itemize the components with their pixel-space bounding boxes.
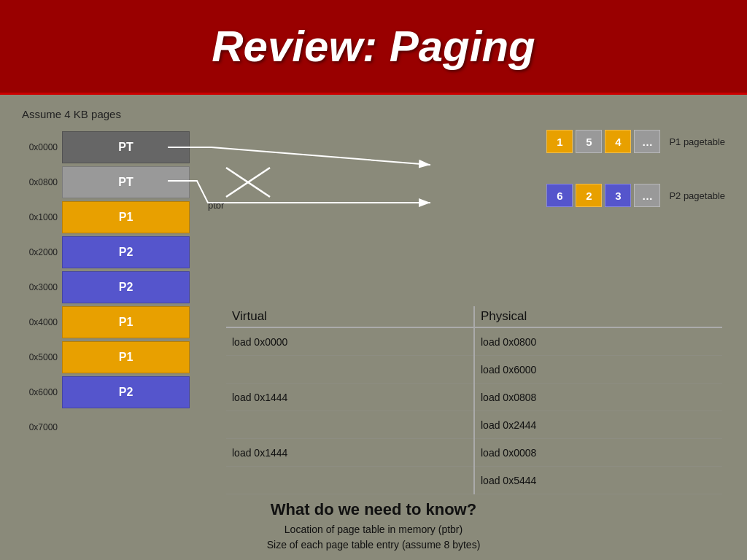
addr-0x1000: 0x1000: [22, 212, 62, 222]
physical-col-header: Physical: [475, 306, 722, 327]
ptbr-label: ptbr: [208, 200, 224, 211]
vp-physical-3: load 0x2444: [475, 411, 722, 439]
memory-diagram: 0x0000 PT 0x0800 PT 0x1000 P1 0x2000 P2 …: [22, 130, 190, 445]
mem-row-2: 0x1000 P1: [22, 200, 190, 235]
vp-physical-1: load 0x6000: [475, 356, 722, 384]
addr-0x4000: 0x4000: [22, 317, 62, 327]
mem-row-6: 0x5000 P1: [22, 340, 190, 375]
mem-block-p2-0: P2: [62, 236, 190, 268]
addr-0x5000: 0x5000: [22, 352, 62, 362]
mem-row-5: 0x4000 P1: [22, 305, 190, 340]
pt-p2-cell-2: 3: [605, 184, 631, 207]
header: Review: Paging: [0, 0, 747, 95]
svg-line-0: [226, 168, 270, 197]
bottom-text: What do we need to know? Location of pag…: [0, 500, 747, 553]
addr-0x6000: 0x6000: [22, 387, 62, 397]
vp-virtual-1: —: [226, 356, 473, 384]
p2-pagetable-label: P2 pagetable: [669, 190, 725, 201]
pt-p2-cell-0: 6: [546, 184, 573, 207]
main-content: Assume 4 KB pages 0x0000 PT 0x0800 PT 0x…: [0, 95, 747, 560]
addr-0x0800: 0x0800: [22, 177, 62, 187]
svg-line-1: [226, 168, 270, 197]
pt-p1-cell-dots: …: [634, 130, 660, 153]
mem-row-3: 0x2000 P2: [22, 235, 190, 270]
p1-pagetable-row: 1 5 4 … P1 pagetable: [546, 130, 725, 153]
vp-header: Virtual Physical: [226, 306, 722, 328]
sub-line1: Location of page table in memory (ptbr): [0, 522, 747, 537]
vp-virtual-0: load 0x0000: [226, 328, 473, 356]
vp-virtual-5: —: [226, 467, 473, 494]
assume-label: Assume 4 KB pages: [22, 108, 725, 120]
sub-text: Location of page table in memory (ptbr) …: [0, 522, 747, 553]
page-title: Review: Paging: [212, 21, 535, 71]
physical-col: load 0x0800 load 0x6000 load 0x0808 load…: [475, 328, 722, 494]
pt-p2-cell-dots: …: [634, 184, 660, 207]
pt-p1-cell-1: 5: [576, 130, 602, 153]
mem-block-p2-1: P2: [62, 271, 190, 303]
vp-physical-4: load 0x0008: [475, 439, 722, 467]
virtual-col-header: Virtual: [226, 306, 473, 327]
pt-p2-cell-1: 2: [576, 184, 602, 207]
mem-block-p1-2: P1: [62, 341, 190, 373]
mem-block-pt-light: PT: [62, 166, 190, 198]
vp-physical-0: load 0x0800: [475, 328, 722, 356]
virtual-col: load 0x0000 — load 0x1444 — load 0x1444 …: [226, 328, 473, 494]
pt-p1-cell-0: 1: [546, 130, 573, 153]
mem-block-empty: [62, 411, 190, 443]
page-tables: 1 5 4 … P1 pagetable 6 2 3 … P2 pagetabl…: [546, 130, 725, 207]
vp-rows: load 0x0000 — load 0x1444 — load 0x1444 …: [226, 328, 722, 494]
vp-virtual-3: —: [226, 411, 473, 439]
sub-line2: Size of each page table entry (assume 8 …: [0, 537, 747, 553]
vp-virtual-2: load 0x1444: [226, 384, 473, 411]
addr-0x7000: 0x7000: [22, 422, 62, 432]
addr-0x2000: 0x2000: [22, 247, 62, 257]
p1-pagetable-label: P1 pagetable: [669, 136, 725, 147]
vp-virtual-4: load 0x1444: [226, 439, 473, 467]
mem-block-pt-dark: PT: [62, 131, 190, 163]
mem-block-p1-1: P1: [62, 306, 190, 338]
vp-physical-5: load 0x5444: [475, 467, 722, 494]
mem-row-4: 0x3000 P2: [22, 270, 190, 305]
mem-row-1: 0x0800 PT: [22, 165, 190, 200]
mem-block-p2-2: P2: [62, 376, 190, 408]
mem-block-p1-0: P1: [62, 201, 190, 233]
mem-row-0: 0x0000 PT: [22, 130, 190, 165]
addr-0x3000: 0x3000: [22, 282, 62, 292]
vp-table: Virtual Physical load 0x0000 — load 0x14…: [226, 306, 722, 494]
what-know-label: What do we need to know?: [0, 500, 747, 519]
p2-pagetable-row: 6 2 3 … P2 pagetable: [546, 184, 725, 207]
pt-p1-cell-2: 4: [605, 130, 631, 153]
addr-0x0000: 0x0000: [22, 142, 62, 152]
vp-physical-2: load 0x0808: [475, 384, 722, 411]
mem-row-7: 0x6000 P2: [22, 375, 190, 410]
mem-row-8: 0x7000: [22, 410, 190, 445]
